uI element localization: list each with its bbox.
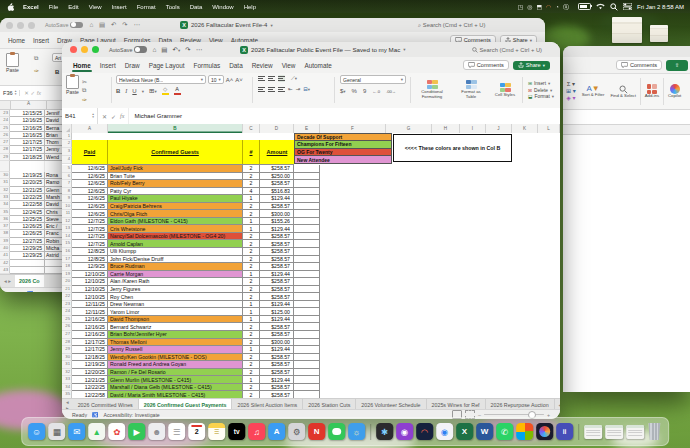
fg-tab-data[interactable]: Data bbox=[228, 60, 244, 71]
bg-paste-button[interactable]: Paste bbox=[6, 53, 19, 73]
amount-cell[interactable]: $258.57 bbox=[260, 286, 294, 294]
amount-cell[interactable]: $516.83 bbox=[260, 188, 294, 196]
shrink-font-button[interactable]: A˅ bbox=[235, 77, 243, 83]
menu-item-format[interactable]: Format bbox=[132, 4, 161, 10]
guest-count-cell[interactable]: 2 bbox=[243, 323, 260, 331]
close-button-inactive[interactable] bbox=[6, 22, 13, 29]
guest-name-cell[interactable]: Roy Chen bbox=[108, 293, 243, 301]
right-excel-window-sliver[interactable]: Comments ⇧ Σ ▾ ⊞ ▾ ◈ ▾ A▼ Sort & Filter … bbox=[563, 46, 690, 392]
empty-cell[interactable] bbox=[294, 256, 320, 264]
guest-count-cell[interactable]: 2 bbox=[243, 354, 260, 362]
row-header-32[interactable]: 32 bbox=[62, 369, 72, 377]
row-header-6[interactable]: 6 bbox=[62, 173, 72, 181]
merge-center-button[interactable]: ⊟▾ bbox=[303, 86, 310, 92]
paid-date-cell[interactable]: 12/10/25 bbox=[72, 278, 108, 286]
bg-tab-home[interactable]: Home bbox=[8, 37, 25, 44]
empty-cell[interactable] bbox=[294, 339, 320, 347]
app-store-icon[interactable]: A bbox=[268, 423, 285, 440]
row-header-30[interactable]: 30 bbox=[62, 354, 72, 362]
news-icon[interactable]: N bbox=[308, 423, 325, 440]
guest-count-cell[interactable]: 1 bbox=[243, 301, 260, 309]
empty-cell[interactable] bbox=[294, 384, 320, 392]
whatsapp-icon[interactable]: ✆ bbox=[496, 423, 513, 440]
copy-icon[interactable]: ⧉ bbox=[82, 87, 87, 94]
bg-paid-date-cell[interactable] bbox=[10, 260, 45, 267]
photos-icon[interactable]: ✿ bbox=[108, 423, 125, 440]
guest-name-cell[interactable]: Brian Bohr/Jennifer Hyer bbox=[108, 331, 243, 339]
fg-autosave-toggle[interactable] bbox=[134, 46, 147, 53]
chevron-down-icon[interactable]: ▾ bbox=[270, 23, 272, 28]
paste-button[interactable]: Paste bbox=[66, 75, 79, 105]
apple-menu-icon[interactable] bbox=[0, 2, 18, 12]
redo-icon[interactable]: ↷ bbox=[185, 46, 190, 54]
cell-styles-button[interactable]: Cell Styles bbox=[492, 75, 518, 105]
paid-date-cell[interactable]: 12/16/25 bbox=[72, 331, 108, 339]
bg-row-header[interactable]: 33 bbox=[0, 194, 10, 201]
cut-icon[interactable]: ✂ bbox=[82, 78, 87, 85]
underline-button[interactable]: U bbox=[132, 88, 136, 94]
guest-count-cell[interactable]: 1 bbox=[243, 316, 260, 324]
bg-paid-date-cell[interactable]: 12/21/25 bbox=[10, 187, 45, 194]
empty-cell[interactable] bbox=[294, 346, 320, 354]
bg-row-header[interactable]: 42 bbox=[0, 260, 10, 267]
amount-cell[interactable]: $129.44 bbox=[260, 271, 294, 279]
guest-count-cell[interactable]: 2 bbox=[243, 278, 260, 286]
guest-name-cell[interactable]: Nancy/Sal Dolcemascolo (MILESTONE - OG4 … bbox=[108, 233, 243, 241]
bg-paid-date-cell[interactable]: 12/26/25 bbox=[10, 230, 45, 237]
row-header-15[interactable]: 15 bbox=[62, 240, 72, 248]
row-header-31[interactable]: 31 bbox=[62, 361, 72, 369]
foreground-excel-window[interactable]: AutoSave ⌂ ▤ ↶▾ ↷ ⋯ X 2026 Falltacular P… bbox=[62, 42, 560, 419]
titlebar-quick-icons[interactable]: ⌂ ▤ ↶ ↷ ⋯ bbox=[89, 21, 142, 29]
guest-name-cell[interactable]: Ronald Freed and Andrea Goyan bbox=[108, 361, 243, 369]
status-icon-1[interactable]: ◳ bbox=[518, 4, 524, 10]
row-header-3[interactable]: 3 bbox=[62, 148, 72, 156]
paid-date-cell[interactable]: 12/11/25 bbox=[72, 308, 108, 316]
word-icon[interactable]: W bbox=[476, 423, 493, 440]
amount-cell[interactable]: $250.00 bbox=[260, 173, 294, 181]
guest-name-cell[interactable]: Bernard Schwartz bbox=[108, 323, 243, 331]
row-header-14[interactable]: 14 bbox=[62, 233, 72, 241]
column-header-a[interactable]: A bbox=[72, 124, 108, 133]
row-header-19[interactable]: 19 bbox=[62, 271, 72, 279]
paid-date-cell[interactable]: 12/7/25 bbox=[72, 218, 108, 226]
menu-item-data[interactable]: Data bbox=[185, 4, 208, 10]
passwords-icon[interactable]: ✱ bbox=[376, 423, 393, 440]
bg-paid-date-cell[interactable]: 12/18/25 bbox=[10, 154, 45, 161]
paid-date-cell[interactable]: 12/16/25 bbox=[72, 316, 108, 324]
menu-item-file[interactable]: File bbox=[44, 4, 64, 10]
paid-date-cell[interactable]: 12/6/25 bbox=[72, 203, 108, 211]
zoom-slider[interactable] bbox=[484, 414, 544, 415]
bg-row-header[interactable]: 26 bbox=[0, 132, 10, 139]
row-header-33[interactable]: 33 bbox=[62, 376, 72, 384]
align-right-icon[interactable] bbox=[278, 86, 285, 93]
podcasts-icon[interactable]: ◉ bbox=[396, 423, 413, 440]
bg-active-sheet-tab[interactable]: 2026 Co bbox=[15, 275, 44, 287]
bg-row-header[interactable]: 23 bbox=[0, 110, 10, 117]
arc-browser-icon[interactable]: ◠ bbox=[416, 423, 433, 440]
amount-cell[interactable]: $129.44 bbox=[260, 301, 294, 309]
messages-icon[interactable] bbox=[328, 423, 345, 440]
amount-cell[interactable]: $258.57 bbox=[260, 369, 294, 377]
bg-row-header[interactable]: 38 bbox=[0, 230, 10, 237]
safari-icon[interactable]: ◉ bbox=[436, 423, 453, 440]
bg-paid-date-cell[interactable]: 12/16/25 bbox=[10, 117, 45, 124]
finder-icon[interactable]: ☺ bbox=[28, 423, 45, 440]
header-count[interactable]: # bbox=[243, 140, 260, 165]
guest-count-cell[interactable]: 2 bbox=[243, 256, 260, 264]
fg-tab-view[interactable]: View bbox=[281, 60, 297, 71]
empty-cell[interactable] bbox=[294, 293, 320, 301]
bg-paid-date-cell[interactable]: 12/16/25 bbox=[10, 132, 45, 139]
minimized-window-2-icon[interactable] bbox=[605, 425, 623, 439]
insert-cells-button[interactable]: ⊞Insert▾ bbox=[528, 81, 554, 86]
bg-paid-date-cell[interactable]: 12/22/58 bbox=[10, 201, 45, 208]
paid-date-cell[interactable]: 12/10/25 bbox=[72, 286, 108, 294]
guest-name-cell[interactable]: Chris/Olga Fitch bbox=[108, 210, 243, 218]
row-header-27[interactable]: 27 bbox=[62, 331, 72, 339]
column-header-g[interactable]: G bbox=[386, 124, 432, 133]
paid-date-cell[interactable]: 12/16/25 bbox=[72, 323, 108, 331]
guest-name-cell[interactable]: Yarom Limor bbox=[108, 308, 243, 316]
empty-cell[interactable] bbox=[294, 354, 320, 362]
currency-format-button[interactable]: $▾ bbox=[340, 88, 346, 94]
font-size-select[interactable]: 10▾ bbox=[208, 75, 224, 84]
paid-date-cell[interactable]: 12/8/25 bbox=[72, 256, 108, 264]
